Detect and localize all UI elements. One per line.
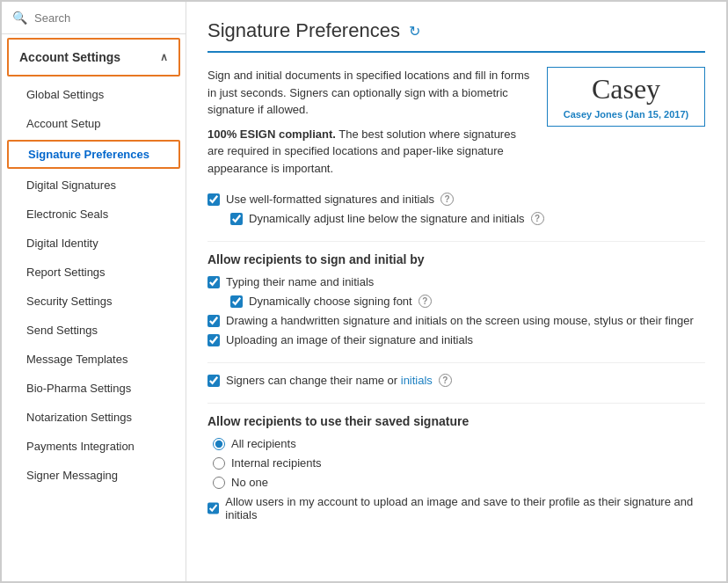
saved-signature-group: Allow recipients to use their saved sign… — [207, 414, 705, 521]
main-content: Signature Preferences ↻ Sign and initial… — [186, 2, 726, 581]
change-name-group: Signers can change their name or initial… — [207, 374, 705, 387]
drawing-label: Drawing a handwritten signature and init… — [226, 314, 694, 327]
radio-no-one-row: No one — [207, 476, 705, 489]
uploading-row: Uploading an image of their signature an… — [207, 333, 705, 346]
initials-link[interactable]: initials — [401, 374, 433, 387]
page-header: Signature Preferences ↻ — [207, 19, 705, 53]
search-bar[interactable]: 🔍 — [2, 2, 186, 34]
intro-text: Sign and initial documents in specified … — [207, 67, 533, 177]
radio-no-one-label: No one — [231, 476, 268, 489]
sidebar-item-signature-preferences[interactable]: Signature Preferences — [7, 140, 180, 169]
help-icon-dynamic-line[interactable]: ? — [531, 212, 544, 225]
signature-owner: Casey Jones (Jan 15, 2017) — [564, 109, 688, 120]
intro-paragraph-1: Sign and initial documents in specified … — [207, 67, 533, 119]
nav-section: Account Settings ∧ Global SettingsAccoun… — [2, 34, 186, 490]
signature-image: Casey — [558, 73, 694, 106]
divider-1 — [207, 241, 705, 242]
sidebar-item-global-settings[interactable]: Global Settings — [2, 80, 186, 109]
saved-sig-heading: Allow recipients to use their saved sign… — [207, 414, 705, 428]
nav-children: Global SettingsAccount SetupSignature Pr… — [2, 80, 186, 490]
sidebar-item-message-templates[interactable]: Message Templates — [2, 345, 186, 374]
search-input[interactable] — [34, 11, 175, 25]
sidebar-item-report-settings[interactable]: Report Settings — [2, 258, 186, 287]
sidebar-item-payments-integration[interactable]: Payments Integration — [2, 432, 186, 461]
help-icon-formatted[interactable]: ? — [440, 193, 454, 206]
sidebar-item-account-setup[interactable]: Account Setup — [2, 109, 186, 138]
use-formatted-label: Use well-formatted signatures and initia… — [226, 193, 434, 206]
sidebar: 🔍 Account Settings ∧ Global SettingsAcco… — [2, 2, 186, 581]
typing-checkbox[interactable] — [207, 276, 220, 288]
divider-3 — [207, 403, 705, 404]
dynamic-font-checkbox[interactable] — [230, 295, 243, 308]
dynamic-line-label: Dynamically adjust line below the signat… — [249, 212, 525, 225]
intro-section: Sign and initial documents in specified … — [207, 67, 705, 177]
divider-2 — [207, 362, 705, 363]
radio-all-recipients[interactable] — [213, 438, 225, 450]
change-name-row: Signers can change their name or initial… — [207, 374, 705, 387]
sidebar-item-send-settings[interactable]: Send Settings — [2, 316, 186, 345]
sidebar-item-signer-messaging[interactable]: Signer Messaging — [2, 461, 186, 490]
typing-row: Typing their name and initials — [207, 275, 705, 288]
dynamic-font-row: Dynamically choose signing font ? — [207, 295, 705, 308]
allow-sign-heading: Allow recipients to sign and initial by — [207, 252, 705, 266]
sidebar-item-security-settings[interactable]: Security Settings — [2, 287, 186, 316]
intro-paragraph-2: 100% ESIGN compliant. The best solution … — [207, 126, 533, 178]
radio-all-label: All recipients — [231, 437, 296, 450]
radio-internal-label: Internal recipients — [231, 456, 322, 470]
help-icon-dynamic-font[interactable]: ? — [419, 295, 432, 308]
dynamic-line-row: Dynamically adjust line below the signat… — [207, 212, 705, 225]
page-title: Signature Preferences — [207, 19, 400, 42]
upload-profile-label: Allow users in my account to upload an i… — [225, 495, 705, 521]
esign-bold: 100% ESIGN compliant. — [207, 128, 336, 141]
use-formatted-checkbox[interactable] — [207, 193, 220, 206]
account-settings-parent[interactable]: Account Settings ∧ — [7, 38, 180, 77]
drawing-checkbox[interactable] — [207, 315, 220, 327]
refresh-icon[interactable]: ↻ — [409, 23, 420, 40]
dynamic-line-checkbox[interactable] — [230, 213, 243, 225]
drawing-row: Drawing a handwritten signature and init… — [207, 314, 705, 327]
account-settings-label: Account Settings — [19, 50, 120, 64]
radio-internal-recipients[interactable] — [213, 457, 225, 470]
sidebar-item-digital-signatures[interactable]: Digital Signatures — [2, 171, 186, 200]
uploading-checkbox[interactable] — [207, 334, 220, 346]
radio-no-one[interactable] — [213, 477, 225, 489]
sidebar-item-bio-pharma-settings[interactable]: Bio-Pharma Settings — [2, 374, 186, 403]
change-name-label: Signers can change their name or initial… — [226, 374, 433, 387]
use-formatted-row: Use well-formatted signatures and initia… — [207, 193, 705, 206]
radio-all-row: All recipients — [207, 437, 705, 450]
sign-by-group: Allow recipients to sign and initial by … — [207, 252, 705, 346]
typing-label: Typing their name and initials — [226, 275, 374, 288]
uploading-label: Uploading an image of their signature an… — [226, 333, 473, 346]
signature-preview: Casey Casey Jones (Jan 15, 2017) — [547, 67, 705, 127]
radio-internal-row: Internal recipients — [207, 456, 705, 470]
formatted-signatures-group: Use well-formatted signatures and initia… — [207, 193, 705, 225]
sidebar-item-notarization-settings[interactable]: Notarization Settings — [2, 403, 186, 432]
upload-profile-checkbox[interactable] — [207, 502, 219, 514]
chevron-up-icon: ∧ — [160, 51, 168, 63]
upload-profile-row: Allow users in my account to upload an i… — [207, 495, 705, 521]
sidebar-item-digital-identity[interactable]: Digital Identity — [2, 229, 186, 258]
search-icon: 🔍 — [12, 11, 27, 25]
sidebar-item-electronic-seals[interactable]: Electronic Seals — [2, 200, 186, 229]
dynamic-font-label: Dynamically choose signing font — [249, 295, 412, 308]
help-icon-change-name[interactable]: ? — [439, 374, 452, 387]
change-name-checkbox[interactable] — [207, 375, 220, 387]
